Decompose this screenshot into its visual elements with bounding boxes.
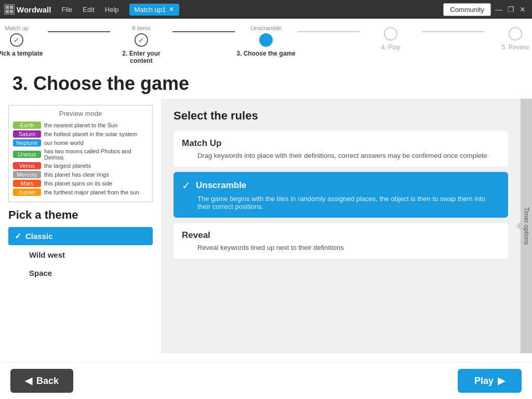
rule-name: Unscramble [196, 180, 246, 191]
rule-card-match-up[interactable]: Match Up Drag keywords into place with t… [174, 131, 508, 167]
step2-top-label: 8 items [110, 25, 172, 31]
rule-name: Match Up [182, 138, 222, 149]
theme-check-icon: ✓ [15, 231, 21, 241]
preview-definition: the nearest planet to the Sun [44, 122, 117, 128]
svg-rect-2 [6, 10, 9, 13]
preview-definition: has two moons called Phobos and Deimos [44, 148, 148, 161]
planet-tag: Earth [13, 122, 41, 129]
theme-label: Wild west [29, 250, 65, 259]
svg-rect-0 [6, 6, 9, 9]
step-play: 4. Play [360, 25, 422, 51]
close-button[interactable]: ✕ [517, 5, 528, 14]
preview-box: Preview mode Earth the nearest planet to… [8, 105, 153, 202]
select-rules-title: Select the rules [174, 109, 508, 123]
theme-item-classic[interactable]: ✓ Classic [8, 227, 153, 245]
step4-circle [384, 27, 397, 41]
step-review: 5. Review [484, 25, 532, 51]
theme-items: ✓ Classic Wild west Space [8, 227, 153, 282]
rule-cards: Match Up Drag keywords into place with t… [174, 131, 508, 259]
play-label: Play [474, 376, 494, 387]
preview-row: Venus the largest planets [13, 162, 148, 169]
step3-circle [259, 33, 273, 47]
step1-circle: ✓ [10, 33, 23, 47]
community-button[interactable]: Community [443, 3, 491, 16]
timer-arrow-icon [516, 222, 521, 230]
logo-text: Wordwall [17, 5, 51, 14]
back-button[interactable]: ◀ Back [10, 369, 73, 393]
rule-name: Reveal [182, 230, 210, 241]
preview-row: Neptune our home world [13, 139, 148, 147]
rule-check-icon: ✓ [182, 179, 191, 192]
timer-options-label: Timer options [523, 207, 530, 245]
topbar: Wordwall File Edit Help Match up1 ✕ Comm… [0, 0, 532, 19]
page-title: 3. Choose the game [0, 64, 532, 99]
step-line-2 [172, 31, 235, 32]
play-button[interactable]: Play ▶ [458, 369, 522, 393]
step-line-1 [48, 31, 110, 32]
rule-card-reveal[interactable]: Reveal Reveal keywords lined up next to … [174, 223, 508, 259]
preview-definition: this planet spins on its side [44, 180, 112, 187]
bottom-bar: ◀ Back Play ▶ [0, 362, 532, 399]
planet-tag: Jupiter [13, 189, 41, 196]
rule-description: Reveal keywords lined up next to their d… [182, 244, 500, 251]
step-choose-game: Unscramble 3. Choose the game [235, 25, 297, 57]
theme-item-space[interactable]: Space [8, 264, 153, 282]
preview-row: Earth the nearest planet to the Sun [13, 122, 148, 129]
step4-bottom-label: 4. Play [360, 44, 422, 51]
close-tab-icon[interactable]: ✕ [169, 6, 174, 13]
preview-row: Mercury this planet has clear rings [13, 171, 148, 178]
preview-row: Mars this planet spins on its side [13, 180, 148, 187]
left-panel: Preview mode Earth the nearest planet to… [0, 99, 161, 353]
step3-bottom-label: 3. Choose the game [235, 50, 297, 57]
step1-bottom-label: 1. Pick a template [0, 50, 48, 57]
window-controls: — ❐ ✕ [493, 5, 528, 14]
menu-file[interactable]: File [57, 4, 76, 16]
step3-top-label: Unscramble [235, 25, 297, 31]
rule-description: The game begins with the tiles in random… [182, 195, 500, 210]
rule-card-unscramble[interactable]: ✓ Unscramble The game begins with the ti… [174, 172, 508, 218]
preview-definition: the furthest major planet from the sun [44, 189, 139, 195]
step-line-4 [422, 31, 484, 32]
planet-tag: Uranus [13, 151, 41, 158]
step5-circle [509, 27, 522, 41]
preview-definition: the hottest planet in the solar system [44, 131, 137, 137]
theme-title: Pick a theme [8, 208, 153, 222]
step2-bottom-label: 2. Enter your content [110, 50, 172, 64]
theme-section: Pick a theme ✓ Classic Wild west Space [8, 208, 153, 282]
preview-definition: this planet has clear rings [44, 171, 109, 178]
logo-icon [4, 4, 15, 15]
planet-tag: Venus [13, 162, 41, 169]
menu-help[interactable]: Help [101, 4, 123, 16]
theme-item-wild-west[interactable]: Wild west [8, 246, 153, 263]
progress-area: Match up ✓ 1. Pick a template 8 items ✓ … [0, 19, 532, 64]
theme-label: Classic [25, 232, 53, 241]
step-pick-template: Match up ✓ 1. Pick a template [0, 25, 48, 57]
step-line-3 [297, 31, 360, 32]
logo: Wordwall [4, 4, 51, 15]
rule-card-header: ✓ Unscramble [182, 179, 500, 192]
play-arrow-icon: ▶ [498, 375, 505, 387]
preview-row: Saturn the hottest planet in the solar s… [13, 130, 148, 138]
theme-label: Space [29, 269, 52, 277]
back-arrow-icon: ◀ [25, 375, 32, 387]
menu-edit[interactable]: Edit [78, 4, 98, 16]
preview-definition: our home world [44, 140, 84, 146]
active-tab[interactable]: Match up1 ✕ [129, 4, 180, 16]
timer-options-sidebar[interactable]: Timer options [521, 99, 532, 353]
step5-bottom-label: 5. Review [484, 44, 532, 51]
preview-rows: Earth the nearest planet to the Sun Satu… [13, 122, 148, 196]
right-panel: Select the rules Match Up Drag keywords … [161, 99, 521, 353]
preview-row: Uranus has two moons called Phobos and D… [13, 148, 148, 161]
minimize-button[interactable]: — [493, 5, 504, 14]
tab-label: Match up1 [135, 6, 166, 14]
rule-card-header: Reveal [182, 230, 500, 241]
rule-description: Drag keywords into place with their defi… [182, 152, 500, 159]
planet-tag: Mars [13, 180, 41, 187]
preview-row: Jupiter the furthest major planet from t… [13, 189, 148, 196]
maximize-button[interactable]: ❐ [506, 5, 516, 14]
step-enter-content: 8 items ✓ 2. Enter your content [110, 25, 172, 64]
rule-card-header: Match Up [182, 138, 500, 149]
step1-top-label: Match up [0, 25, 48, 31]
planet-tag: Saturn [13, 130, 41, 138]
planet-tag: Neptune [13, 139, 41, 147]
